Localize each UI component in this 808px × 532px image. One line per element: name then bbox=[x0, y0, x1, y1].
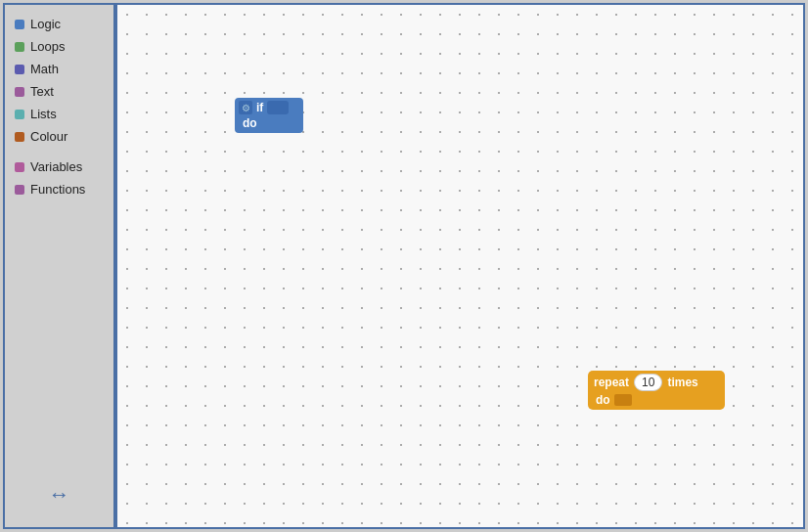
repeat-do-label: do bbox=[596, 393, 610, 407]
sidebar-item-logic[interactable]: Logic bbox=[5, 13, 113, 35]
sidebar-item-lists[interactable]: Lists bbox=[5, 103, 113, 125]
sidebar: LogicLoopsMathTextListsColourVariablesFu… bbox=[5, 5, 117, 527]
sidebar-item-variables[interactable]: Variables bbox=[5, 155, 113, 178]
repeat-label: repeat bbox=[594, 376, 629, 389]
sidebar-label-loops: Loops bbox=[30, 39, 65, 54]
color-dot-logic bbox=[15, 20, 24, 29]
sidebar-item-loops[interactable]: Loops bbox=[5, 35, 113, 58]
sidebar-label-logic: Logic bbox=[30, 17, 61, 31]
sidebar-item-functions[interactable]: Functions bbox=[5, 178, 113, 200]
sidebar-item-math[interactable]: Math bbox=[5, 58, 113, 80]
gear-icon: ⚙ bbox=[239, 101, 252, 114]
if-block[interactable]: ⚙ if do bbox=[235, 98, 303, 133]
if-label: if bbox=[256, 101, 263, 114]
color-dot-colour bbox=[15, 132, 24, 142]
color-dot-variables bbox=[15, 162, 24, 172]
color-dot-math bbox=[15, 65, 24, 74]
color-dot-lists bbox=[15, 110, 24, 119]
repeat-number[interactable]: 10 bbox=[634, 374, 662, 391]
app-container: LogicLoopsMathTextListsColourVariablesFu… bbox=[3, 3, 805, 529]
repeat-block[interactable]: repeat 10 times do bbox=[588, 371, 725, 410]
times-label: times bbox=[667, 376, 697, 389]
color-dot-text bbox=[15, 87, 24, 97]
sidebar-label-lists: Lists bbox=[30, 107, 57, 121]
canvas-area[interactable]: ⚙ if do repeat 10 times do bbox=[117, 5, 803, 527]
sidebar-label-text: Text bbox=[30, 84, 54, 99]
sidebar-label-colour: Colour bbox=[30, 129, 67, 144]
if-slot bbox=[267, 101, 289, 114]
color-dot-loops bbox=[15, 42, 24, 52]
if-do-label: do bbox=[243, 116, 257, 130]
sidebar-item-colour[interactable]: Colour bbox=[5, 125, 113, 148]
do-notch bbox=[614, 394, 632, 406]
sidebar-label-functions: Functions bbox=[30, 182, 85, 197]
sidebar-label-variables: Variables bbox=[30, 159, 82, 174]
resize-handle[interactable]: ↔ bbox=[49, 482, 70, 508]
sidebar-label-math: Math bbox=[30, 62, 59, 76]
color-dot-functions bbox=[15, 185, 24, 195]
sidebar-item-text[interactable]: Text bbox=[5, 80, 113, 103]
